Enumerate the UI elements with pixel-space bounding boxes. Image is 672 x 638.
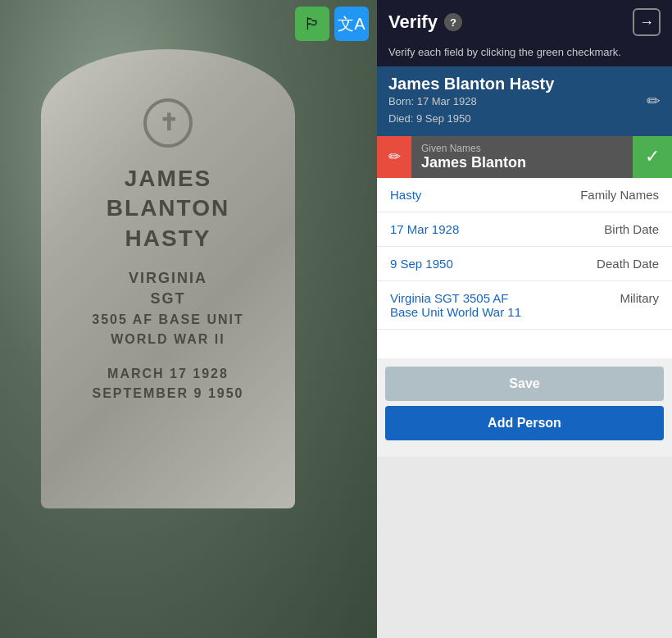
grey-spacer [377, 457, 672, 638]
military-row: Virginia SGT 3505 AF Base Unit World War… [377, 281, 672, 330]
fields-area: Hasty Family Names 17 Mar 1928 Birth Dat… [377, 178, 672, 359]
gravestone-line-2: BLANTON [41, 194, 295, 223]
help-icon: ? [450, 16, 456, 29]
person-card: James Blanton Hasty Born: 17 Mar 1928 Di… [377, 66, 672, 136]
person-name: James Blanton Hasty [388, 75, 554, 93]
right-panel: Verify ? → Verify each field by clicking… [377, 0, 672, 638]
gravestone-line-6: 3505 AF BASE UNIT [41, 310, 295, 330]
gravestone: ✝ JAMES BLANTON HASTY VIRGINIA SGT 3505 … [41, 49, 303, 525]
given-names-verify-button[interactable]: ✓ [633, 136, 672, 178]
gravestone-line-4: VIRGINIA [41, 268, 295, 289]
verify-title: Verify [388, 11, 438, 33]
gravestone-line-7: WORLD WAR II [41, 330, 295, 349]
arrow-icon: → [639, 14, 654, 31]
translate-button[interactable]: 文A [334, 7, 369, 41]
person-info: James Blanton Hasty Born: 17 Mar 1928 Di… [388, 75, 554, 128]
given-names-edit-button[interactable]: ✏ [377, 136, 411, 178]
death-date-value: 9 Sep 1950 [390, 257, 453, 271]
top-action-buttons: 🏳 文A [295, 7, 369, 41]
military-value: Virginia SGT 3505 AF Base Unit World War… [390, 291, 521, 319]
bottom-area: Save Add Person [377, 358, 672, 457]
gravestone-line-9: SEPTEMBER 9 1950 [41, 384, 295, 403]
gravestone-line-5: SGT [41, 289, 295, 309]
military-label: Military [620, 291, 660, 305]
family-names-value: Hasty [390, 188, 421, 202]
header-bar: Verify ? → [377, 0, 672, 44]
gravestone-line-8: MARCH 17 1928 [41, 364, 295, 384]
help-button[interactable]: ? [444, 13, 462, 31]
cross-circle: ✝ [143, 98, 193, 148]
person-born: Born: 17 Mar 1928 Died: 9 Sep 1950 [388, 93, 554, 128]
family-names-row: Hasty Family Names [377, 178, 672, 212]
birth-date-row: 17 Mar 1928 Birth Date [377, 212, 672, 247]
header-title-group: Verify ? [388, 11, 462, 33]
given-names-label: Given Names [421, 143, 623, 154]
add-person-button[interactable]: Add Person [385, 406, 664, 440]
pencil-icon: ✏ [388, 148, 401, 166]
header-subtitle: Verify each field by clicking the green … [377, 44, 672, 66]
family-names-label: Family Names [580, 188, 659, 202]
gravestone-panel: 🏳 文A ✝ JAMES BLANTON HASTY VIRGINIA SGT … [0, 0, 377, 638]
translate-icon: 文A [338, 13, 365, 35]
next-arrow-button[interactable]: → [633, 8, 661, 36]
save-button[interactable]: Save [385, 367, 664, 401]
given-names-row: ✏ Given Names James Blanton ✓ [377, 136, 672, 178]
cross-icon: ✝ [159, 112, 178, 134]
given-names-content: Given Names James Blanton [411, 136, 633, 178]
flag-icon: 🏳 [304, 15, 320, 34]
checkmark-icon: ✓ [645, 146, 660, 167]
death-date-row: 9 Sep 1950 Death Date [377, 247, 672, 281]
person-edit-button[interactable]: ✏ [647, 91, 661, 111]
gravestone-stone: ✝ JAMES BLANTON HASTY VIRGINIA SGT 3505 … [41, 49, 295, 508]
gravestone-text: JAMES BLANTON HASTY VIRGINIA SGT 3505 AF… [41, 164, 295, 403]
birth-date-label: Birth Date [604, 222, 659, 236]
given-names-value: James Blanton [421, 154, 623, 171]
gravestone-line-1: JAMES [41, 164, 295, 194]
gravestone-line-3: HASTY [41, 224, 295, 253]
death-date-label: Death Date [597, 257, 659, 271]
birth-date-value: 17 Mar 1928 [390, 222, 459, 236]
flag-button[interactable]: 🏳 [295, 7, 329, 41]
